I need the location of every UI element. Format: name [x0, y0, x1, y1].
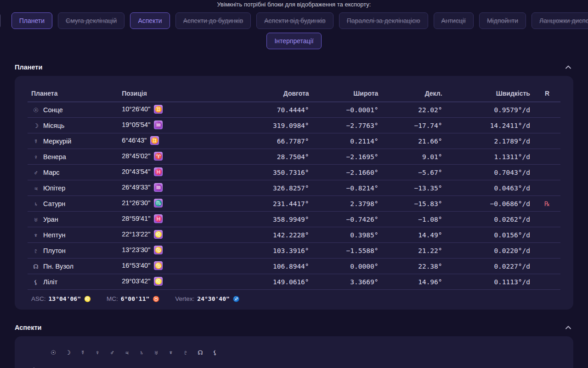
planet-retro-cell — [534, 118, 560, 133]
aspects-matrix-header: ☉☽☿♀♂♃♄♅♆♇☊⚸ — [28, 346, 560, 358]
planet-position-cell: 16°53'40"♋ — [118, 259, 232, 274]
aspects-collapse-button[interactable] — [563, 322, 573, 333]
north-node-icon: ☊ — [31, 263, 40, 270]
planet-name-cell: ☿Меркурій — [28, 133, 118, 149]
moon-icon: ☽ — [31, 122, 40, 129]
zodiac-aquarius-badge: ♒ — [154, 121, 163, 129]
planet-row: ♄Сатурн 21°26'30"♏ 231.4417° 2.3798° −15… — [28, 196, 560, 212]
toggle-button[interactable]: Аспекти до будинків — [175, 12, 251, 29]
toggle-button[interactable]: Аспекти — [130, 12, 170, 29]
mercury-icon: ☿ — [31, 138, 40, 145]
leo-sign-icon: ♌ — [84, 296, 91, 302]
planet-longitude-cell: 149.0616° — [233, 274, 313, 290]
planet-declination-cell: 14.96° — [382, 274, 446, 290]
planet-declination-cell: −15.83° — [382, 196, 446, 212]
vertex-angle: Vertex:24°30'40"♐ — [175, 295, 239, 302]
planet-speed-cell: 0.0220°/d — [446, 243, 534, 259]
planet-row: ♆Нептун 22°13'22"♌ 142.2228° 0.3985° 14.… — [28, 227, 560, 243]
planet-longitude-cell: 28.7504° — [233, 149, 313, 165]
aspects-section-title: Аспекти — [15, 324, 41, 331]
mc-value: 6°00'11" — [121, 295, 150, 302]
planets-collapse-button[interactable] — [563, 62, 573, 72]
header-retro: R — [534, 83, 560, 102]
sun-icon: ☉ — [46, 349, 61, 356]
planets-section-header: Планети — [15, 62, 573, 72]
venus-icon: ♀ — [31, 154, 40, 161]
planet-latitude-cell: 3.3669° — [313, 274, 382, 290]
planet-retro-cell: ℞ — [534, 196, 560, 212]
toggle-button[interactable]: Смуга деклінацій — [58, 12, 124, 29]
mars-icon: ♂ — [105, 349, 119, 356]
planet-latitude-cell: −0.8214° — [313, 180, 382, 196]
zodiac-aquarius-badge: ♒ — [154, 183, 163, 192]
pluto-icon: ♇ — [178, 349, 193, 356]
planet-longitude-cell: 103.3916° — [233, 243, 313, 259]
sagittarius-sign-icon: ♐ — [233, 296, 240, 302]
zodiac-pisces-badge: ♓ — [154, 167, 163, 176]
lilith-icon: ⚸ — [208, 349, 222, 356]
planet-row: ☊Пн. Вузол 16°53'40"♋ 106.8944° 0.0000° … — [28, 259, 560, 274]
planet-position-cell: 6°46'43"♊ — [118, 133, 232, 149]
planet-latitude-cell: −2.7763° — [313, 118, 382, 133]
zodiac-scorpio-badge: ♏ — [154, 199, 163, 207]
planet-retro-cell — [534, 102, 560, 118]
toggle-button[interactable]: Аспекти від будинків — [256, 12, 333, 29]
sun-icon: ☉ — [28, 367, 46, 368]
toggle-button[interactable]: Мідпойнти — [479, 12, 526, 29]
planet-latitude-cell: 0.0000° — [313, 259, 382, 274]
toggle-button[interactable]: Паралелі за деклінацією — [339, 12, 428, 29]
planet-longitude-cell: 231.4417° — [233, 196, 313, 212]
toggle-row-1: Всі Планети Смуга деклінацій Аспекти Асп… — [0, 12, 588, 29]
zodiac-leo-badge: ♌ — [154, 230, 163, 239]
toggle-row-2: Інтерпретації — [0, 33, 588, 49]
zodiac-pisces-badge: ♓ — [154, 214, 163, 223]
header-longitude: Довгота — [233, 83, 313, 102]
planet-retro-cell — [534, 243, 560, 259]
aspects-section-header: Аспекти — [15, 322, 573, 333]
planet-name-cell: ♀Венера — [28, 149, 118, 165]
planet-position-cell: 26°49'33"♒ — [118, 180, 232, 196]
toggle-button[interactable]: Планети — [11, 12, 52, 29]
mars-icon: ♂ — [31, 169, 40, 176]
asc-angle: ASC:13°04'06"♌ — [31, 295, 91, 302]
planet-name-cell: ☽Місяць — [28, 118, 118, 133]
planet-declination-cell: 9.01° — [382, 149, 446, 165]
planet-longitude-cell: 358.9949° — [233, 212, 313, 227]
planet-longitude-cell: 66.7787° — [233, 133, 313, 149]
toggle-button[interactable]: Антисції — [434, 12, 474, 29]
header-planet: Планета — [28, 83, 118, 102]
toggle-button-all[interactable]: Всі — [0, 12, 0, 29]
planet-retro-cell — [534, 227, 560, 243]
chevron-up-icon — [564, 63, 572, 71]
planet-speed-cell: 0.7043°/d — [446, 165, 534, 180]
planet-position-cell: 22°13'22"♌ — [118, 227, 232, 243]
planet-speed-cell: −0.0686°/d — [446, 196, 534, 212]
vertex-label: Vertex: — [175, 295, 194, 302]
toggle-button[interactable]: Ланцюжки диспозицій — [531, 12, 588, 29]
toggle-button[interactable]: Інтерпретації — [266, 33, 321, 49]
planet-declination-cell: −13.35° — [382, 180, 446, 196]
planet-row: ☽Місяць 19°05'54"♒ 319.0984° −2.7763° −1… — [28, 118, 560, 133]
asc-label: ASC: — [31, 295, 46, 302]
planet-name-cell: ☉Сонце — [28, 102, 118, 118]
planet-declination-cell: 22.02° — [382, 102, 446, 118]
saturn-icon: ♄ — [31, 201, 40, 207]
planet-position-cell: 29°03'42"♌ — [118, 274, 232, 290]
retrograde-icon: ℞ — [544, 200, 550, 207]
north-node-icon: ☊ — [193, 349, 208, 356]
planet-row: ♂Марс 20°43'54"♓ 350.7316° −2.1660° −5.6… — [28, 165, 560, 180]
planet-row: ☉Сонце 10°26'40"♊ 70.4444° −0.0001° 22.0… — [28, 102, 560, 118]
planet-latitude-cell: 0.3985° — [313, 227, 382, 243]
zodiac-cancer-badge: ♋ — [154, 261, 163, 270]
chart-angles-footer: ASC:13°04'06"♌ MC:6°00'11"♉ Vertex:24°30… — [28, 290, 560, 306]
planet-name-cell: ♆Нептун — [28, 227, 118, 243]
planets-section-title: Планети — [15, 63, 42, 71]
sun-icon: ☉ — [31, 107, 40, 114]
mercury-icon: ☿ — [75, 349, 90, 356]
header-latitude: Широта — [313, 83, 382, 102]
header-position: Позиція — [118, 83, 232, 102]
planet-declination-cell: −5.67° — [382, 165, 446, 180]
planet-speed-cell: 1.1311°/d — [446, 149, 534, 165]
mc-angle: MC:6°00'11"♉ — [107, 295, 159, 302]
planets-table: Планета Позиція Довгота Широта Декл. Шви… — [28, 83, 560, 290]
